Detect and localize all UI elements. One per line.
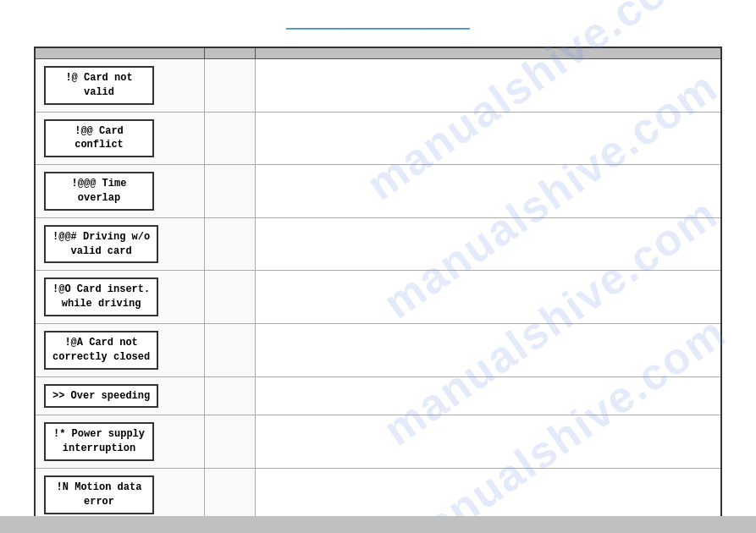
table-row: !* Power supply interruption (35, 415, 721, 469)
event-cell-5: !@O Card insert. while driving (35, 271, 204, 324)
badge-line2: overlap (78, 192, 120, 204)
col2-cell-4 (204, 217, 255, 271)
event-badge-card-conflict: !@@ Card conflict (44, 119, 154, 158)
col3-cell-1 (255, 59, 721, 113)
event-badge-card-insert-driving: !@O Card insert. while driving (44, 277, 158, 316)
table-row: !@O Card insert. while driving (35, 271, 721, 324)
table-row: !@A Card not correctly closed (35, 323, 721, 376)
page-container: manualshive.com manualshive.com manualsh… (0, 0, 756, 533)
badge-line1: !@@ Card (74, 125, 124, 137)
event-badge-over-speeding: >> Over speeding (44, 384, 158, 409)
col3-cell-7 (255, 376, 721, 415)
col-header-2 (204, 47, 255, 59)
col2-cell-5 (204, 271, 255, 324)
table-row: !@@@ Time overlap (35, 165, 721, 218)
event-cell-3: !@@@ Time overlap (35, 165, 204, 218)
event-badge-card-not-valid: !@ Card not valid (44, 66, 154, 105)
table-row: !N Motion data error (35, 468, 721, 521)
col2-cell-2 (204, 112, 255, 165)
badge-line2: valid (84, 86, 114, 98)
table-row: !@ Card not valid (35, 59, 721, 113)
col2-cell-9 (204, 468, 255, 521)
col3-cell-8 (255, 415, 721, 469)
badge-line2: valid card (71, 245, 132, 257)
badge-line2: conflict (74, 139, 124, 151)
event-badge-power-supply: !* Power supply interruption (44, 422, 154, 461)
col3-cell-5 (255, 271, 721, 324)
badge-line1: !@O Card insert. (52, 283, 150, 295)
footer-bar (0, 516, 756, 533)
top-link[interactable]: ______________________________ (34, 17, 722, 30)
event-cell-8: !* Power supply interruption (35, 415, 204, 469)
col3-cell-9 (255, 468, 721, 521)
col3-cell-2 (255, 112, 721, 165)
event-cell-7: >> Over speeding (35, 376, 204, 415)
badge-line1: !@A Card not (64, 337, 137, 349)
main-table: !@ Card not valid !@@ Card conflict (34, 47, 722, 523)
col2-cell-6 (204, 323, 255, 376)
col2-cell-8 (204, 415, 255, 469)
badge-line1: >> Over speeding (52, 390, 150, 402)
event-badge-motion-data-error: !N Motion data error (44, 475, 154, 514)
badge-line2: error (84, 496, 114, 508)
event-cell-4: !@@# Driving w/o valid card (35, 217, 204, 271)
badge-line1: !@@@ Time (72, 178, 127, 190)
badge-line2: while driving (62, 298, 141, 310)
badge-line1: !@@# Driving w/o (52, 231, 150, 243)
col2-cell-7 (204, 376, 255, 415)
col3-cell-4 (255, 217, 721, 271)
badge-line1: !N Motion data (57, 481, 142, 493)
table-row: !@@ Card conflict (35, 112, 721, 165)
badge-line1: !@ Card not (65, 72, 132, 84)
event-cell-1: !@ Card not valid (35, 59, 204, 113)
col3-cell-6 (255, 323, 721, 376)
event-badge-card-not-closed: !@A Card not correctly closed (44, 331, 158, 370)
event-badge-time-overlap: !@@@ Time overlap (44, 172, 154, 211)
badge-line1: !* Power supply (53, 428, 145, 440)
col2-cell-1 (204, 59, 255, 113)
event-cell-6: !@A Card not correctly closed (35, 323, 204, 376)
badge-line2: interruption (63, 442, 135, 454)
event-cell-2: !@@ Card conflict (35, 112, 204, 165)
badge-line2: correctly closed (52, 351, 150, 363)
event-badge-driving-no-card: !@@# Driving w/o valid card (44, 225, 158, 264)
col3-cell-3 (255, 165, 721, 218)
col-header-3 (255, 47, 721, 59)
table-row: !@@# Driving w/o valid card (35, 217, 721, 271)
col-header-1 (35, 47, 204, 59)
table-header-row (35, 47, 721, 59)
event-cell-9: !N Motion data error (35, 468, 204, 521)
col2-cell-3 (204, 165, 255, 218)
table-row: >> Over speeding (35, 376, 721, 415)
